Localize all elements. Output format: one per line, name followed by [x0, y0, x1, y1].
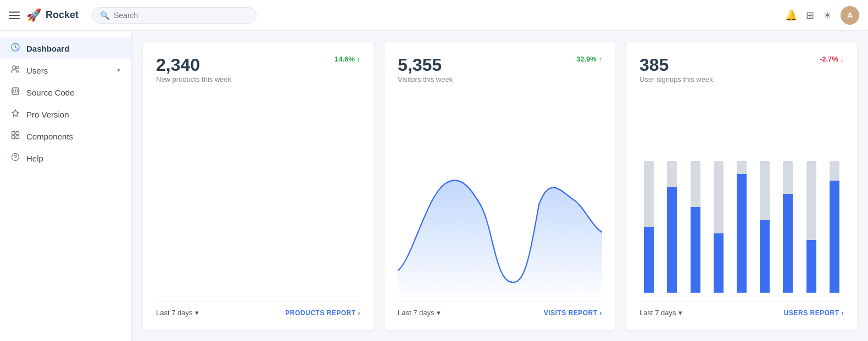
- stacked-bar: [806, 161, 816, 293]
- svg-point-10: [15, 159, 15, 159]
- stacked-bottom: [737, 174, 747, 293]
- stacked-group-8: [802, 150, 821, 293]
- products-period-label: Last 7 days: [156, 309, 193, 317]
- signups-card-footer: Last 7 days ▾ USERS REPORT ›: [639, 301, 844, 317]
- signups-period-label: Last 7 days: [639, 309, 676, 317]
- search-bar[interactable]: 🔍: [92, 7, 257, 24]
- visitors-card: 5,355 Visitors this week 32.9% ↑: [385, 42, 615, 330]
- sidebar-item-help[interactable]: Help: [0, 147, 131, 169]
- stacked-bottom: [691, 207, 700, 293]
- visitors-card-footer: Last 7 days ▾ VISITS REPORT ›: [398, 301, 602, 317]
- products-subtitle: New products this week: [156, 75, 231, 83]
- sidebar-item-pro-version[interactable]: Pro Version: [0, 103, 131, 125]
- search-icon: 🔍: [100, 11, 109, 20]
- stacked-bottom: [760, 220, 770, 293]
- pro-version-label: Pro Version: [26, 110, 69, 119]
- chevron-down-icon: ▾: [117, 66, 120, 74]
- stacked-top: [714, 161, 724, 233]
- products-card-footer: Last 7 days ▾ PRODUCTS REPORT ›: [156, 301, 360, 317]
- stacked-bottom: [806, 240, 816, 293]
- products-number: 2,340: [156, 55, 231, 75]
- chevron-down-icon: ▾: [437, 309, 441, 317]
- users-icon: [11, 65, 20, 76]
- grid-icon[interactable]: ⊞: [806, 9, 814, 21]
- stacked-group-3: [686, 150, 704, 293]
- logo[interactable]: 🚀 Rocket: [26, 8, 79, 23]
- source-code-icon: [11, 87, 20, 98]
- hamburger-menu[interactable]: [9, 12, 20, 19]
- stacked-group-7: [778, 150, 797, 293]
- stacked-top: [667, 161, 677, 187]
- notification-bell-icon[interactable]: 🔔: [785, 9, 797, 21]
- products-report-label: PRODUCTS REPORT: [285, 309, 355, 317]
- app-header: 🚀 Rocket 🔍 🔔 ⊞ ☀ A: [0, 0, 868, 31]
- stacked-bar: [714, 161, 724, 293]
- dashboard-label: Dashboard: [26, 44, 69, 53]
- rocket-icon: 🚀: [26, 8, 41, 23]
- components-icon: [11, 131, 20, 142]
- stacked-bar: [783, 161, 793, 293]
- stacked-bar: [667, 161, 677, 293]
- stacked-top: [806, 161, 816, 240]
- svg-rect-6: [16, 132, 19, 135]
- sidebar-item-dashboard[interactable]: Dashboard: [0, 37, 131, 59]
- signups-stacked-chart: [639, 150, 844, 293]
- products-report-link[interactable]: PRODUCTS REPORT ›: [285, 309, 360, 317]
- visitors-period-selector[interactable]: Last 7 days ▾: [398, 309, 441, 317]
- signups-card-header: 385 User signups this week -2.7% ↓: [639, 55, 844, 92]
- theme-toggle-icon[interactable]: ☀: [823, 9, 832, 21]
- stacked-top: [783, 161, 793, 194]
- stacked-bar: [760, 161, 770, 293]
- visits-report-link[interactable]: VISITS REPORT ›: [544, 309, 602, 317]
- visitors-line-chart: [398, 150, 602, 293]
- stacked-bottom: [714, 233, 724, 293]
- stacked-bottom: [783, 194, 793, 293]
- svg-point-9: [12, 154, 19, 161]
- users-report-label: USERS REPORT: [784, 309, 839, 317]
- chevron-down-icon: ▾: [678, 309, 682, 317]
- products-chart: [156, 94, 360, 293]
- products-badge: 14.6% ↑: [335, 55, 360, 63]
- chevron-right-icon: ›: [842, 309, 844, 317]
- signups-chart: [639, 94, 844, 293]
- svg-rect-5: [12, 132, 15, 135]
- help-icon: [11, 153, 20, 164]
- visitors-chart: [398, 94, 602, 293]
- logo-text: Rocket: [46, 9, 79, 21]
- stacked-bottom: [667, 187, 677, 293]
- stacked-group-6: [755, 150, 774, 293]
- stacked-top: [644, 161, 654, 227]
- sidebar-item-source-code[interactable]: Source Code: [0, 81, 131, 103]
- products-card: 2,340 New products this week 14.6% ↑: [143, 42, 374, 330]
- main-content: 2,340 New products this week 14.6% ↑: [132, 31, 868, 341]
- products-bar-chart: [156, 150, 360, 293]
- stacked-group-1: [639, 150, 658, 293]
- stacked-bottom: [830, 181, 839, 293]
- source-code-label: Source Code: [26, 88, 75, 97]
- visits-report-label: VISITS REPORT: [544, 309, 598, 317]
- main-layout: Dashboard Users ▾ Source Code: [0, 31, 868, 341]
- svg-rect-8: [16, 136, 19, 139]
- users-report-link[interactable]: USERS REPORT ›: [784, 309, 844, 317]
- stacked-bottom: [644, 227, 654, 293]
- products-period-selector[interactable]: Last 7 days ▾: [156, 309, 199, 317]
- visitors-period-label: Last 7 days: [398, 309, 435, 317]
- svg-point-2: [16, 66, 19, 69]
- sidebar: Dashboard Users ▾ Source Code: [0, 31, 132, 341]
- search-input[interactable]: [114, 11, 248, 20]
- visitors-number: 5,355: [398, 55, 453, 75]
- sidebar-item-users[interactable]: Users ▾: [0, 59, 131, 81]
- stacked-group-2: [663, 150, 681, 293]
- svg-point-1: [13, 66, 16, 69]
- signups-period-selector[interactable]: Last 7 days ▾: [639, 309, 682, 317]
- sidebar-item-components[interactable]: Components: [0, 125, 131, 147]
- signups-subtitle: User signups this week: [639, 75, 713, 83]
- visitors-badge: 32.9% ↑: [576, 55, 602, 63]
- stacked-bar: [737, 161, 747, 293]
- stacked-top: [760, 161, 770, 220]
- stacked-top: [737, 161, 747, 174]
- user-avatar[interactable]: A: [841, 6, 859, 25]
- stacked-bar: [644, 161, 654, 293]
- visitors-card-header: 5,355 Visitors this week 32.9% ↑: [398, 55, 602, 92]
- header-actions: 🔔 ⊞ ☀ A: [785, 6, 859, 25]
